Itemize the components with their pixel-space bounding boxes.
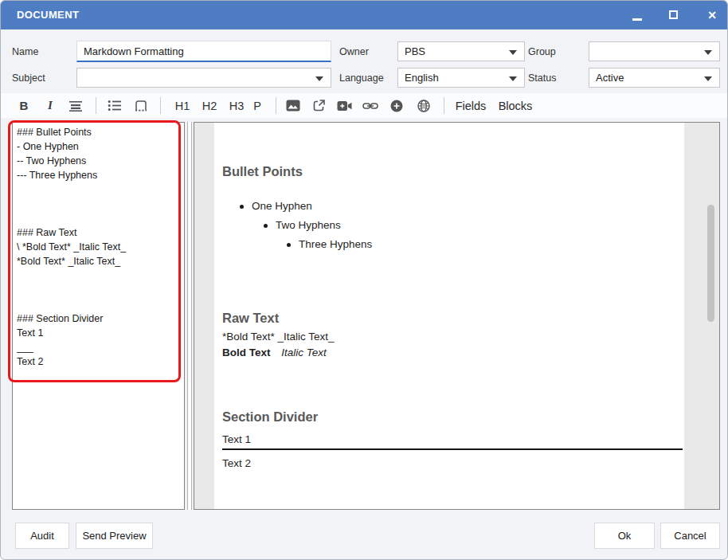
insert-image-button[interactable] xyxy=(282,96,303,116)
preview-pane: Bullet Points One Hyphen Two Hyphens Thr… xyxy=(194,122,720,510)
editor-line xyxy=(17,297,182,311)
status-value: Active xyxy=(596,72,624,84)
owner-label: Owner xyxy=(339,46,369,57)
chevron-down-icon xyxy=(509,76,517,81)
editor-line: --- Three Hyphens xyxy=(17,168,182,182)
close-button[interactable]: ✕ xyxy=(699,1,726,29)
preview-heading-divider: Section Divider xyxy=(222,409,318,425)
editor-line: \ *Bold Text* _Italic Text_ xyxy=(17,240,182,254)
subject-label: Subject xyxy=(12,72,45,84)
audit-button[interactable]: Audit xyxy=(15,523,69,549)
toolbar-separator xyxy=(160,97,161,114)
preview-italic-text: Italic Text xyxy=(281,347,327,358)
toolbar-separator xyxy=(96,97,96,114)
external-link-icon xyxy=(312,99,326,112)
insert-video-button[interactable] xyxy=(333,96,356,116)
preview-scrollbar-thumb[interactable] xyxy=(707,205,714,322)
document-dialog: DOCUMENT ✕ Name Markdown Formatting Subj… xyxy=(0,0,728,560)
italic-button[interactable]: I xyxy=(40,96,61,116)
owner-dropdown[interactable]: PBS xyxy=(397,41,525,61)
chevron-down-icon xyxy=(704,76,712,81)
preview-escaped-line: *Bold Text* _Italic Text_ xyxy=(222,331,335,343)
language-dropdown[interactable]: English xyxy=(397,68,525,88)
markdown-source-editor[interactable]: ### Bullet Points - One Hyphen -- Two Hy… xyxy=(12,122,185,510)
editor-line xyxy=(17,211,182,225)
video-icon xyxy=(337,100,352,112)
editor-line xyxy=(17,283,182,297)
chevron-down-icon xyxy=(704,50,712,55)
toolbar-separator xyxy=(444,97,444,114)
preview-heading-bullets: Bullet Points xyxy=(222,164,303,179)
maximize-button[interactable] xyxy=(660,1,687,29)
link-icon xyxy=(362,101,378,111)
bullet-item: Two Hyphens xyxy=(276,219,341,231)
language-value: English xyxy=(405,72,439,84)
language-label: Language xyxy=(339,72,384,84)
preview-page: Bullet Points One Hyphen Two Hyphens Thr… xyxy=(214,123,684,509)
toolbar-separator xyxy=(276,97,276,114)
page-break-icon xyxy=(134,100,148,112)
preview-heading-raw: Raw Text xyxy=(222,311,279,326)
paragraph-button[interactable]: P xyxy=(248,96,267,116)
status-label: Status xyxy=(528,72,556,84)
editor-line: ___ xyxy=(17,340,182,354)
bullet-list-button[interactable] xyxy=(104,96,125,116)
insert-link-button[interactable] xyxy=(359,96,381,116)
heading1-button[interactable]: H1 xyxy=(170,96,195,116)
minimize-button[interactable] xyxy=(624,1,651,29)
image-icon xyxy=(286,100,300,112)
pane-splitter[interactable] xyxy=(187,122,192,510)
ok-button[interactable]: Ok xyxy=(594,523,655,549)
plus-circle-icon xyxy=(390,100,403,112)
chevron-down-icon xyxy=(509,50,517,55)
heading3-button[interactable]: H3 xyxy=(224,96,249,116)
name-value: Markdown Formatting xyxy=(84,45,184,57)
status-dropdown[interactable]: Active xyxy=(589,68,720,88)
cancel-button[interactable]: Cancel xyxy=(660,523,720,549)
preview-rendered-line: Bold Text Italic Text xyxy=(222,347,327,358)
globe-icon xyxy=(417,100,430,112)
editor-line: *Bold Text* _Italic Text_ xyxy=(17,254,182,268)
preview-bold-text: Bold Text xyxy=(222,347,271,358)
horizontal-rule xyxy=(222,448,683,450)
group-label: Group xyxy=(528,46,556,57)
editor-line xyxy=(17,268,182,283)
window-title: DOCUMENT xyxy=(17,1,79,29)
editor-line: - One Hyphen xyxy=(17,139,182,154)
name-input[interactable]: Markdown Formatting xyxy=(76,41,331,62)
chevron-down-icon xyxy=(315,76,323,81)
editor-line xyxy=(17,197,182,211)
add-element-button[interactable] xyxy=(386,96,407,116)
title-bar: DOCUMENT ✕ xyxy=(1,1,727,29)
editor-line: ### Raw Text xyxy=(17,225,182,240)
editor-line xyxy=(17,182,182,197)
markdown-source-text: ### Bullet Points - One Hyphen -- Two Hy… xyxy=(17,125,182,369)
globe-button[interactable] xyxy=(413,96,434,116)
subject-dropdown[interactable] xyxy=(76,68,331,88)
editor-line: Text 2 xyxy=(17,354,182,369)
align-center-button[interactable] xyxy=(65,96,86,116)
open-external-button[interactable] xyxy=(308,96,330,116)
heading2-button[interactable]: H2 xyxy=(197,96,222,116)
bullet-item: One Hyphen xyxy=(252,200,312,212)
bullet-list-icon xyxy=(108,100,122,112)
bullet-dot xyxy=(240,205,244,209)
formatting-toolbar: B I H1 H2 H3 P xyxy=(1,93,727,118)
group-dropdown[interactable] xyxy=(589,41,720,61)
blocks-button[interactable]: Blocks xyxy=(495,96,536,116)
close-icon: ✕ xyxy=(699,1,726,29)
minimize-icon xyxy=(632,18,642,21)
page-break-button[interactable] xyxy=(131,96,151,116)
bold-button[interactable]: B xyxy=(14,96,34,116)
bullet-dot xyxy=(264,224,268,228)
send-preview-button[interactable]: Send Preview xyxy=(76,523,153,549)
name-label: Name xyxy=(12,46,38,57)
bullet-item: Three Hyphens xyxy=(299,238,372,250)
bullet-dot xyxy=(287,243,291,247)
editor-line: ### Bullet Points xyxy=(17,125,182,139)
fields-button[interactable]: Fields xyxy=(452,96,490,116)
editor-line: ### Section Divider xyxy=(17,311,182,326)
align-center-icon xyxy=(68,100,83,112)
owner-value: PBS xyxy=(405,45,425,57)
maximize-icon xyxy=(669,10,678,19)
